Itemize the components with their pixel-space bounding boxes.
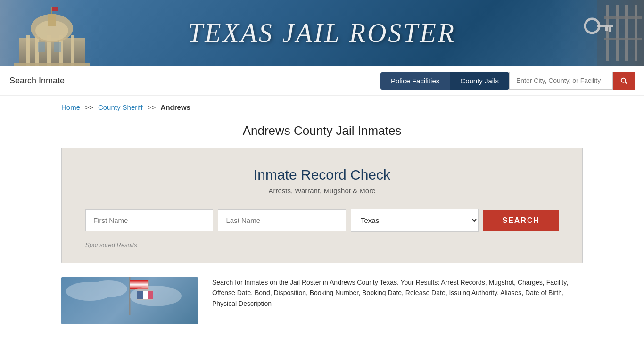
svg-rect-18 [616, 5, 619, 61]
state-select[interactable]: AlabamaAlaskaArizonaArkansasCaliforniaCo… [351, 209, 479, 232]
bottom-description: Search for Inmates on the Jail Roster in… [212, 277, 583, 324]
breadcrumb-county-sheriff[interactable]: County Sheriff [98, 103, 143, 111]
capitol-dome-icon [0, 0, 104, 66]
breadcrumb: Home >> County Sheriff >> Andrews [0, 96, 644, 119]
nav-search-input[interactable] [509, 72, 613, 90]
svg-rect-6 [71, 35, 74, 66]
breadcrumb-sep-1: >> [85, 103, 93, 111]
nav-bar: Search Inmate Police Facilities County J… [0, 66, 644, 96]
nav-search-label: Search Inmate [9, 76, 380, 86]
search-icon [619, 76, 628, 85]
record-check-subtitle: Arrests, Warrant, Mugshot & More [85, 187, 559, 195]
page-title: Andrews County Jail Inmates [0, 119, 644, 148]
svg-rect-25 [609, 27, 611, 32]
last-name-input[interactable] [218, 209, 346, 231]
nav-search-button[interactable] [613, 72, 635, 90]
bottom-section: Search for Inmates on the Jail Roster in… [61, 277, 583, 334]
svg-rect-17 [606, 5, 609, 61]
record-check-box: Inmate Record Check Arrests, Warrant, Mu… [61, 148, 583, 263]
svg-rect-12 [52, 7, 58, 11]
nav-tabs: Police Facilities County Jails [380, 72, 635, 90]
first-name-input[interactable] [85, 209, 213, 231]
record-check-form: AlabamaAlaskaArizonaArkansasCaliforniaCo… [85, 209, 559, 232]
svg-rect-10 [48, 14, 56, 26]
svg-rect-26 [605, 27, 608, 31]
svg-point-29 [130, 286, 182, 306]
header-banner: Texas Jail Roster [0, 0, 644, 66]
svg-rect-11 [51, 7, 52, 14]
svg-point-28 [90, 280, 127, 297]
svg-rect-13 [38, 42, 45, 52]
svg-rect-2 [26, 35, 30, 66]
svg-rect-19 [625, 5, 628, 61]
svg-rect-14 [54, 42, 61, 52]
tab-police-facilities[interactable]: Police Facilities [380, 72, 450, 90]
breadcrumb-sep-2: >> [148, 103, 156, 111]
tab-county-jails[interactable]: County Jails [450, 72, 509, 90]
svg-rect-24 [597, 25, 613, 27]
record-check-title: Inmate Record Check [85, 167, 559, 183]
site-title: Texas Jail Roster [188, 18, 456, 48]
svg-rect-7 [14, 63, 90, 66]
svg-rect-21 [604, 16, 642, 19]
breadcrumb-current: Andrews [161, 103, 190, 111]
sponsored-label: Sponsored Results [85, 241, 559, 248]
keys-icon [550, 0, 644, 66]
bottom-image [61, 277, 198, 324]
record-search-button[interactable]: SEARCH [483, 210, 559, 231]
svg-rect-22 [604, 38, 642, 40]
svg-rect-20 [635, 5, 637, 61]
breadcrumb-home[interactable]: Home [61, 103, 80, 111]
